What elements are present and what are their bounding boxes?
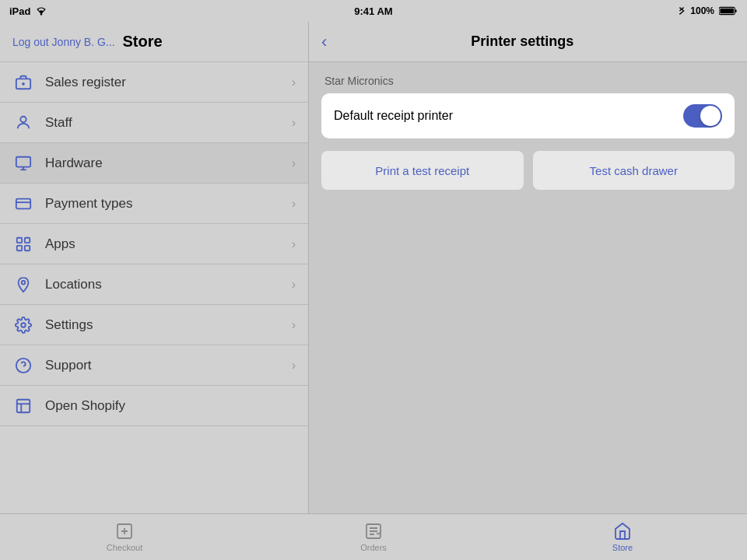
panel-header: ‹ Printer settings [309,22,747,62]
payment-types-label: Payment types [45,196,292,212]
toggle-knob [700,106,721,126]
tab-store[interactable]: Store [498,516,747,558]
svg-rect-15 [17,245,22,250]
status-left: iPad [9,5,47,17]
chevron-icon: › [292,359,296,373]
sidebar-item-apps[interactable]: Apps › [0,224,308,264]
register-icon [12,72,34,93]
sidebar-item-locations[interactable]: Locations › [0,264,308,305]
sidebar-item-hardware[interactable]: Hardware › [0,143,308,184]
sidebar-item-settings[interactable]: Settings › [0,305,308,345]
support-icon [12,355,34,376]
store-icon [613,522,632,541]
status-bar: iPad 9:41 AM 100% [0,0,747,22]
bluetooth-icon [678,5,686,16]
staff-label: Staff [45,115,292,131]
payment-icon [12,193,34,215]
apps-label: Apps [45,236,292,252]
sidebar-item-sales-register[interactable]: Sales register › [0,62,308,103]
sidebar-header: Log out Jonny B. G... Store [0,22,308,62]
checkout-icon [115,522,134,541]
default-printer-label: Default receipt printer [334,109,683,123]
main-panel: ‹ Printer settings Star Micronics Defaul… [309,22,747,513]
default-printer-card: Default receipt printer [321,93,735,138]
sales-register-label: Sales register [45,75,292,90]
apps-icon [12,233,34,255]
status-right: 100% [678,5,738,16]
svg-rect-8 [16,156,30,166]
location-icon [12,274,34,296]
sidebar: Log out Jonny B. G... Store Sales regist… [0,22,309,513]
device-label: iPad [9,5,30,17]
tab-bar: Checkout Orders Store [0,513,747,560]
default-printer-toggle[interactable] [683,104,722,128]
open-shopify-label: Open Shopify [45,398,296,414]
chevron-icon: › [292,75,296,89]
sidebar-item-payment-types[interactable]: Payment types › [0,184,308,224]
sidebar-item-staff[interactable]: Staff › [0,103,308,143]
back-button[interactable]: ‹ [321,32,327,52]
chevron-icon: › [292,318,296,332]
print-test-receipt-button[interactable]: Print a test receipt [321,151,524,190]
svg-point-7 [20,116,26,121]
wifi-icon [35,6,47,16]
tab-orders[interactable]: Orders [249,516,498,558]
svg-rect-16 [25,245,30,250]
battery-label: 100% [690,5,714,16]
settings-icon [12,314,34,336]
svg-rect-14 [25,237,30,242]
orders-icon [364,522,383,541]
chevron-icon: › [292,197,296,211]
person-icon [12,112,34,134]
checkout-tab-label: Checkout [107,543,142,552]
app-container: Log out Jonny B. G... Store Sales regist… [0,22,747,560]
hardware-icon [12,152,34,174]
test-cash-drawer-button[interactable]: Test cash drawer [533,151,735,190]
settings-label: Settings [45,317,292,333]
chevron-icon: › [292,237,296,251]
section-label: Star Micronics [321,75,735,87]
store-title: Store [123,33,163,51]
logout-link[interactable]: Log out Jonny B. G... [12,36,115,48]
chevron-icon: › [292,116,296,130]
content-area: Log out Jonny B. G... Store Sales regist… [0,22,747,513]
svg-point-17 [22,280,26,284]
status-time: 9:41 AM [354,5,392,17]
svg-point-0 [40,13,42,15]
action-buttons: Print a test receipt Test cash drawer [321,151,735,190]
svg-point-18 [21,323,26,327]
support-label: Support [45,358,292,373]
svg-rect-11 [16,198,30,208]
battery-icon [719,6,738,16]
shopify-icon [12,395,34,417]
sidebar-item-open-shopify[interactable]: Open Shopify [0,386,308,426]
chevron-icon: › [292,156,296,170]
svg-rect-21 [17,399,30,412]
sidebar-item-support[interactable]: Support › [0,345,308,386]
tab-checkout[interactable]: Checkout [0,516,249,558]
svg-rect-3 [720,9,734,13]
locations-label: Locations [45,277,292,292]
panel-title: Printer settings [336,33,708,50]
hardware-label: Hardware [45,156,292,171]
orders-tab-label: Orders [360,543,387,552]
panel-content: Star Micronics Default receipt printer P… [309,62,747,202]
svg-rect-13 [17,237,22,242]
store-tab-label: Store [612,543,633,552]
chevron-icon: › [292,278,296,292]
svg-rect-2 [735,9,737,12]
default-printer-row: Default receipt printer [321,93,735,138]
